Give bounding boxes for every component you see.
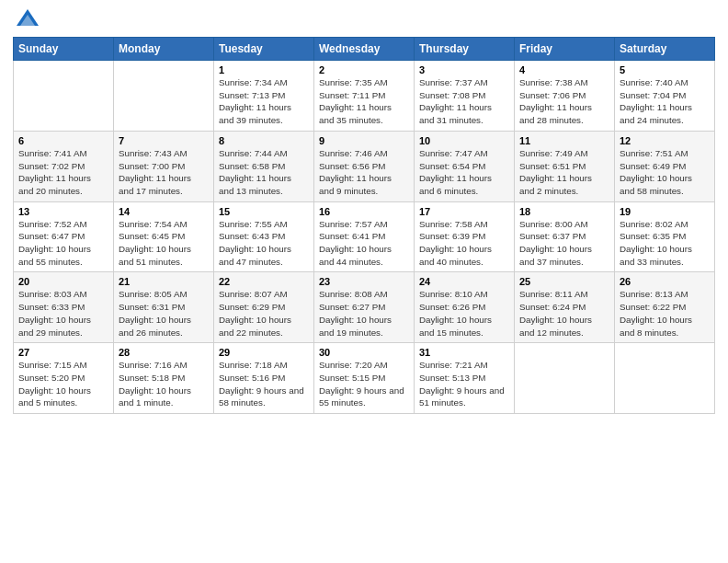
day-info: Sunrise: 8:13 AMSunset: 6:22 PMDaylight:…	[620, 288, 710, 339]
day-cell: 31Sunrise: 7:21 AMSunset: 5:13 PMDayligh…	[415, 343, 515, 414]
day-info: Sunrise: 7:46 AMSunset: 6:56 PMDaylight:…	[319, 147, 409, 198]
day-info: Sunrise: 7:38 AMSunset: 7:06 PMDaylight:…	[519, 76, 609, 127]
day-info: Sunrise: 7:55 AMSunset: 6:43 PMDaylight:…	[219, 218, 309, 269]
day-cell: 30Sunrise: 7:20 AMSunset: 5:15 PMDayligh…	[314, 343, 415, 414]
day-info: Sunrise: 7:57 AMSunset: 6:41 PMDaylight:…	[319, 218, 409, 269]
day-number: 21	[119, 276, 209, 287]
day-number: 14	[119, 206, 209, 217]
day-info: Sunrise: 7:49 AMSunset: 6:51 PMDaylight:…	[519, 147, 609, 198]
day-cell: 17Sunrise: 7:58 AMSunset: 6:39 PMDayligh…	[415, 201, 515, 272]
column-header-sunday: Sunday	[14, 38, 114, 61]
day-number: 6	[18, 135, 108, 146]
day-cell: 15Sunrise: 7:55 AMSunset: 6:43 PMDayligh…	[214, 201, 314, 272]
day-number: 20	[18, 276, 108, 287]
day-number: 7	[119, 135, 209, 146]
day-info: Sunrise: 8:07 AMSunset: 6:29 PMDaylight:…	[219, 288, 309, 339]
day-number: 31	[419, 347, 509, 358]
day-info: Sunrise: 7:41 AMSunset: 7:02 PMDaylight:…	[18, 147, 108, 198]
day-number: 10	[419, 135, 509, 146]
page: SundayMondayTuesdayWednesdayThursdayFrid…	[0, 0, 728, 563]
day-info: Sunrise: 8:08 AMSunset: 6:27 PMDaylight:…	[319, 288, 409, 339]
day-cell	[515, 343, 615, 414]
day-number: 11	[519, 135, 609, 146]
column-header-saturday: Saturday	[615, 38, 715, 61]
day-cell: 6Sunrise: 7:41 AMSunset: 7:02 PMDaylight…	[14, 131, 114, 201]
day-cell: 28Sunrise: 7:16 AMSunset: 5:18 PMDayligh…	[114, 343, 214, 414]
day-number: 18	[519, 206, 609, 217]
day-cell: 12Sunrise: 7:51 AMSunset: 6:49 PMDayligh…	[615, 131, 715, 201]
day-info: Sunrise: 7:21 AMSunset: 5:13 PMDaylight:…	[419, 359, 509, 409]
day-number: 19	[620, 206, 710, 217]
day-cell: 22Sunrise: 8:07 AMSunset: 6:29 PMDayligh…	[214, 272, 314, 343]
day-cell	[114, 61, 214, 132]
day-cell: 26Sunrise: 8:13 AMSunset: 6:22 PMDayligh…	[615, 272, 715, 343]
day-number: 28	[119, 347, 209, 358]
column-header-tuesday: Tuesday	[214, 38, 314, 61]
day-cell: 2Sunrise: 7:35 AMSunset: 7:11 PMDaylight…	[314, 61, 415, 132]
day-info: Sunrise: 7:44 AMSunset: 6:58 PMDaylight:…	[219, 147, 309, 198]
day-info: Sunrise: 7:40 AMSunset: 7:04 PMDaylight:…	[620, 76, 710, 127]
day-cell: 20Sunrise: 8:03 AMSunset: 6:33 PMDayligh…	[14, 272, 114, 343]
day-info: Sunrise: 8:00 AMSunset: 6:37 PMDaylight:…	[519, 218, 609, 269]
header	[13, 9, 715, 31]
day-info: Sunrise: 7:35 AMSunset: 7:11 PMDaylight:…	[319, 76, 409, 127]
day-cell	[14, 61, 114, 132]
day-number: 4	[519, 64, 609, 75]
day-info: Sunrise: 7:52 AMSunset: 6:47 PMDaylight:…	[18, 218, 108, 269]
day-info: Sunrise: 7:58 AMSunset: 6:39 PMDaylight:…	[419, 218, 509, 269]
day-info: Sunrise: 8:02 AMSunset: 6:35 PMDaylight:…	[620, 218, 710, 269]
day-info: Sunrise: 7:51 AMSunset: 6:49 PMDaylight:…	[620, 147, 710, 198]
day-cell: 9Sunrise: 7:46 AMSunset: 6:56 PMDaylight…	[314, 131, 415, 201]
day-number: 15	[219, 206, 309, 217]
day-number: 12	[620, 135, 710, 146]
week-row-4: 20Sunrise: 8:03 AMSunset: 6:33 PMDayligh…	[14, 272, 715, 343]
day-info: Sunrise: 7:15 AMSunset: 5:20 PMDaylight:…	[18, 359, 108, 409]
week-row-1: 1Sunrise: 7:34 AMSunset: 7:13 PMDaylight…	[14, 61, 715, 132]
day-cell: 10Sunrise: 7:47 AMSunset: 6:54 PMDayligh…	[415, 131, 515, 201]
logo	[13, 9, 40, 31]
day-number: 2	[319, 64, 409, 75]
day-info: Sunrise: 7:20 AMSunset: 5:15 PMDaylight:…	[319, 359, 409, 409]
day-cell: 24Sunrise: 8:10 AMSunset: 6:26 PMDayligh…	[415, 272, 515, 343]
day-cell: 19Sunrise: 8:02 AMSunset: 6:35 PMDayligh…	[615, 201, 715, 272]
column-header-thursday: Thursday	[415, 38, 515, 61]
day-cell: 27Sunrise: 7:15 AMSunset: 5:20 PMDayligh…	[14, 343, 114, 414]
day-number: 9	[319, 135, 409, 146]
column-header-monday: Monday	[114, 38, 214, 61]
day-info: Sunrise: 7:43 AMSunset: 7:00 PMDaylight:…	[119, 147, 209, 198]
day-number: 16	[319, 206, 409, 217]
calendar-table: SundayMondayTuesdayWednesdayThursdayFrid…	[13, 37, 715, 414]
week-row-2: 6Sunrise: 7:41 AMSunset: 7:02 PMDaylight…	[14, 131, 715, 201]
day-cell: 18Sunrise: 8:00 AMSunset: 6:37 PMDayligh…	[515, 201, 615, 272]
day-cell: 1Sunrise: 7:34 AMSunset: 7:13 PMDaylight…	[214, 61, 314, 132]
day-cell: 14Sunrise: 7:54 AMSunset: 6:45 PMDayligh…	[114, 201, 214, 272]
column-header-wednesday: Wednesday	[314, 38, 415, 61]
day-number: 25	[519, 276, 609, 287]
day-number: 8	[219, 135, 309, 146]
day-number: 3	[419, 64, 509, 75]
day-info: Sunrise: 7:16 AMSunset: 5:18 PMDaylight:…	[119, 359, 209, 409]
day-number: 23	[319, 276, 409, 287]
day-cell: 11Sunrise: 7:49 AMSunset: 6:51 PMDayligh…	[515, 131, 615, 201]
day-info: Sunrise: 7:34 AMSunset: 7:13 PMDaylight:…	[219, 76, 309, 127]
week-row-5: 27Sunrise: 7:15 AMSunset: 5:20 PMDayligh…	[14, 343, 715, 414]
day-cell: 21Sunrise: 8:05 AMSunset: 6:31 PMDayligh…	[114, 272, 214, 343]
day-cell	[615, 343, 715, 414]
day-number: 5	[620, 64, 710, 75]
day-info: Sunrise: 8:11 AMSunset: 6:24 PMDaylight:…	[519, 288, 609, 339]
day-cell: 16Sunrise: 7:57 AMSunset: 6:41 PMDayligh…	[314, 201, 415, 272]
day-number: 26	[620, 276, 710, 287]
day-info: Sunrise: 8:03 AMSunset: 6:33 PMDaylight:…	[18, 288, 108, 339]
day-info: Sunrise: 7:54 AMSunset: 6:45 PMDaylight:…	[119, 218, 209, 269]
day-cell: 13Sunrise: 7:52 AMSunset: 6:47 PMDayligh…	[14, 201, 114, 272]
day-cell: 23Sunrise: 8:08 AMSunset: 6:27 PMDayligh…	[314, 272, 415, 343]
day-info: Sunrise: 8:05 AMSunset: 6:31 PMDaylight:…	[119, 288, 209, 339]
day-info: Sunrise: 7:47 AMSunset: 6:54 PMDaylight:…	[419, 147, 509, 198]
day-cell: 29Sunrise: 7:18 AMSunset: 5:16 PMDayligh…	[214, 343, 314, 414]
day-number: 1	[219, 64, 309, 75]
day-info: Sunrise: 7:37 AMSunset: 7:08 PMDaylight:…	[419, 76, 509, 127]
calendar-header-row: SundayMondayTuesdayWednesdayThursdayFrid…	[14, 38, 715, 61]
column-header-friday: Friday	[515, 38, 615, 61]
day-number: 17	[419, 206, 509, 217]
day-info: Sunrise: 7:18 AMSunset: 5:16 PMDaylight:…	[219, 359, 309, 409]
